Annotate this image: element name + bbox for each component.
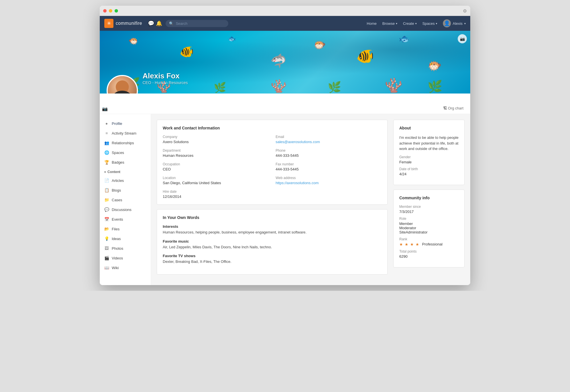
close-button[interactable]: [103, 9, 107, 13]
sidebar-label-ideas: Ideas: [112, 237, 121, 241]
badges-icon: 🏆: [104, 160, 109, 164]
coral-decoration: 🪸: [385, 77, 402, 94]
work-info-grid: Company Axero Solutions Email sales@axer…: [163, 135, 382, 185]
tvshows-label: Favorite TV shows: [163, 254, 382, 258]
sidebar-item-blogs[interactable]: 📋 Blogs: [100, 185, 151, 195]
user-name: Alexis: [453, 21, 463, 26]
content-section-label: Content: [107, 170, 120, 174]
ideas-icon: 💡: [104, 236, 109, 241]
titlebar-right: ⚙: [463, 8, 467, 13]
videos-icon: 🎬: [104, 256, 109, 260]
activity-icon: ≡: [104, 131, 109, 135]
sidebar-item-activity[interactable]: ≡ Activity Stream: [100, 128, 151, 138]
main-column: Work and Contact Information Company Axe…: [157, 120, 388, 279]
role-label: Role: [399, 217, 459, 221]
web-value[interactable]: https://axerosolutions.com: [276, 181, 382, 185]
sidebar-item-wiki[interactable]: 📖 Wiki: [100, 263, 151, 273]
nav-create[interactable]: Create ▾: [403, 21, 417, 26]
sidebar-label-discussions: Discussions: [112, 208, 131, 212]
section-arrow-icon: ▾: [104, 170, 106, 174]
sidebar-item-relationships[interactable]: 👥 Relationships: [100, 138, 151, 148]
hero-name-area: Alexis Fox CEO - Human Resources: [142, 72, 188, 85]
field-company: Company Axero Solutions: [163, 135, 269, 144]
sidebar-label-wiki: Wiki: [112, 266, 119, 270]
company-label: Company: [163, 135, 269, 139]
nav-browse[interactable]: Browse ▾: [382, 21, 397, 26]
hero-camera-button[interactable]: 📷: [458, 34, 467, 43]
dob-label: Date of birth: [399, 167, 459, 171]
spaces-icon: 🌐: [104, 150, 109, 155]
gender-field: Gender Female: [399, 155, 459, 164]
right-column: About I'm excited to be able to help peo…: [393, 120, 465, 279]
profile-camera-button[interactable]: 📷: [102, 106, 108, 111]
sidebar-item-photos[interactable]: 🖼 Photos: [100, 243, 151, 253]
search-input[interactable]: [176, 21, 225, 26]
sidebar-item-events[interactable]: 📅 Events: [100, 214, 151, 224]
fish-decoration: 🐠: [180, 45, 194, 58]
content-area: Work and Contact Information Company Axe…: [151, 114, 470, 285]
words-title: In Your Own Words: [163, 215, 382, 220]
org-chart-link[interactable]: 🏗 Org chart: [443, 106, 463, 110]
sidebar-item-ideas[interactable]: 💡 Ideas: [100, 234, 151, 243]
fish-decoration: 🐡: [314, 39, 326, 51]
company-value: Axero Solutions: [163, 140, 269, 144]
sidebar-item-videos[interactable]: 🎬 Videos: [100, 253, 151, 263]
sidebar-item-discussions[interactable]: 💬 Discussions: [100, 205, 151, 214]
logo-area: ✳ communifire: [104, 19, 142, 28]
about-title: About: [399, 126, 459, 130]
mac-window: ⚙ ✳ communifire 💬 🔔 🔍 Home Browse ▾ Crea…: [100, 6, 470, 285]
user-avatar-small: 👤: [443, 19, 451, 27]
gear-icon[interactable]: ⚙: [463, 8, 467, 13]
hire-date-label: Hire date: [163, 190, 382, 194]
hire-date-value: 12/16/2014: [163, 194, 382, 199]
field-phone: Phone 444-333-5445: [276, 149, 382, 158]
location-value: San Diego, California United States: [163, 181, 269, 185]
location-label: Location: [163, 176, 269, 180]
field-web: Web address https://axerosolutions.com: [276, 176, 382, 185]
sidebar-item-cases[interactable]: 📁 Cases: [100, 195, 151, 205]
phone-value: 444-333-5445: [276, 153, 382, 158]
role-value: MemberModeratorSiteAdministrator: [399, 222, 459, 234]
fish-decoration: 🐟: [399, 34, 410, 44]
member-since-value: 7/3/2017: [399, 210, 459, 214]
dob-field: Date of birth 4/24: [399, 167, 459, 176]
about-bio: I'm excited to be able to help people ac…: [399, 135, 459, 152]
user-menu[interactable]: 👤 Alexis ▾: [443, 19, 466, 27]
sidebar-label-files: Files: [112, 227, 119, 231]
sidebar-label-profile: Profile: [112, 121, 122, 126]
coral-decoration: 🪸: [271, 78, 287, 94]
field-department: Department Human Resources: [163, 149, 269, 158]
sidebar-item-spaces[interactable]: 🌐 Spaces: [100, 148, 151, 157]
community-title: Community info: [399, 196, 459, 200]
search-bar[interactable]: 🔍: [166, 20, 228, 27]
logo-icon[interactable]: ✳: [104, 19, 113, 28]
browse-arrow: ▾: [396, 22, 397, 25]
minimize-button[interactable]: [109, 9, 112, 13]
content-section-header[interactable]: ▾ Content: [100, 167, 151, 176]
chat-icon[interactable]: 💬: [148, 20, 154, 27]
avatar-face: [108, 76, 137, 94]
sidebar-label-spaces: Spaces: [112, 151, 124, 155]
email-value[interactable]: sales@axerosolutions.com: [276, 140, 382, 144]
phone-label: Phone: [276, 149, 382, 153]
sidebar-item-profile[interactable]: ● Profile: [100, 119, 151, 128]
sidebar-item-badges[interactable]: 🏆 Badges: [100, 157, 151, 167]
files-icon: 📂: [104, 227, 109, 231]
sidebar-label-badges: Badges: [112, 160, 124, 164]
top-navigation: ✳ communifire 💬 🔔 🔍 Home Browse ▾ Create…: [100, 16, 470, 31]
nav-spaces[interactable]: Spaces ▾: [422, 21, 437, 26]
profile-avatar-container: [107, 75, 138, 94]
notification-icon[interactable]: 🔔: [156, 20, 162, 27]
interests-label: Interests: [163, 224, 382, 229]
fish-decoration: 🐡: [427, 59, 442, 73]
star-2: ★: [405, 242, 408, 247]
sidebar-item-files[interactable]: 📂 Files: [100, 224, 151, 234]
sidebar-item-articles[interactable]: 📄 Articles: [100, 176, 151, 185]
tvshows-field: Favorite TV shows Dexter, Breaking Bad, …: [163, 254, 382, 265]
field-email: Email sales@axerosolutions.com: [276, 135, 382, 144]
sidebar-label-cases: Cases: [112, 198, 122, 202]
maximize-button[interactable]: [115, 9, 118, 13]
hero-profile-title: CEO - Human Resources: [142, 80, 188, 85]
nav-home[interactable]: Home: [367, 21, 377, 26]
rank-text: Professional: [422, 242, 443, 246]
